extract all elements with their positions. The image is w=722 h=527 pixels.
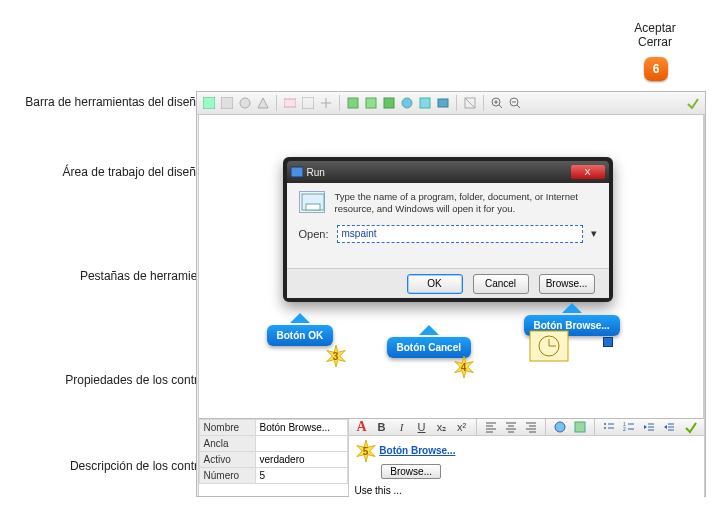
- description-toolbar: A B I U x₂ x²: [349, 419, 704, 436]
- svg-rect-1: [221, 97, 233, 109]
- subscript-button[interactable]: x₂: [433, 419, 451, 435]
- run-open-row: Open: ▾: [299, 225, 597, 243]
- align-center-button[interactable]: [502, 419, 520, 435]
- svg-rect-21: [291, 167, 303, 177]
- description-browse-button[interactable]: Browse...: [381, 464, 441, 479]
- tool-icon[interactable]: [318, 95, 334, 111]
- open-input[interactable]: [337, 225, 583, 243]
- align-right-button[interactable]: [522, 419, 540, 435]
- tool-icon[interactable]: [345, 95, 361, 111]
- separator: [476, 419, 477, 435]
- zoom-in-icon[interactable]: [489, 95, 505, 111]
- svg-rect-7: [366, 98, 376, 108]
- tool-icon[interactable]: [201, 95, 217, 111]
- tool-icon[interactable]: [237, 95, 253, 111]
- canvas-wrap: Run X Type the name of a program, folder…: [199, 115, 704, 496]
- run-body-icon: [299, 191, 325, 213]
- tool-icon[interactable]: [462, 95, 478, 111]
- svg-rect-8: [384, 98, 394, 108]
- separator: [456, 95, 457, 111]
- tool-icon[interactable]: [435, 95, 451, 111]
- svg-line-19: [517, 105, 520, 108]
- svg-line-15: [499, 105, 502, 108]
- annotation-workspace: Área de trabajo del diseñador: [0, 165, 220, 179]
- open-label: Open:: [299, 228, 329, 240]
- badge-3: 3: [325, 345, 347, 367]
- font-color-button[interactable]: A: [353, 419, 371, 435]
- svg-rect-4: [284, 99, 296, 107]
- list-button[interactable]: [600, 419, 618, 435]
- tool-icon[interactable]: [363, 95, 379, 111]
- badge-4: 4: [453, 356, 475, 378]
- tool-icon[interactable]: [381, 95, 397, 111]
- numbered-list-button[interactable]: 12: [620, 419, 638, 435]
- svg-point-46: [604, 427, 606, 429]
- ok-button[interactable]: OK: [407, 274, 463, 294]
- prop-number-key: Número: [199, 468, 255, 484]
- image-button[interactable]: [571, 419, 589, 435]
- bold-button[interactable]: B: [373, 419, 391, 435]
- designer-window: Diseñador Áreas de controles Editor de c…: [196, 91, 706, 497]
- check-button[interactable]: [682, 419, 700, 435]
- close-button[interactable]: X: [571, 165, 605, 179]
- zoom-out-icon[interactable]: [507, 95, 523, 111]
- svg-marker-3: [258, 98, 268, 108]
- main-area: Diseñador Áreas de controles Editor de c…: [197, 115, 705, 496]
- callout-ok: Botón OK: [267, 325, 334, 346]
- svg-rect-5: [302, 97, 314, 109]
- designer-canvas[interactable]: Run X Type the name of a program, folder…: [199, 115, 704, 418]
- run-dialog-description: Type the name of a program, folder, docu…: [335, 191, 597, 215]
- tool-icon[interactable]: [300, 95, 316, 111]
- properties-grid: NombreBotón Browse... Ancla Activoverdad…: [199, 419, 349, 496]
- description-usethis: Use this ...: [355, 485, 698, 496]
- svg-marker-52: [644, 425, 647, 429]
- cancel-button[interactable]: Cancel: [473, 274, 529, 294]
- separator: [483, 95, 484, 111]
- browse-button[interactable]: Browse...: [539, 274, 595, 294]
- dropdown-arrow-icon[interactable]: ▾: [591, 227, 597, 240]
- tool-icon[interactable]: [219, 95, 235, 111]
- tool-icon[interactable]: [255, 95, 271, 111]
- annotation-desc: Descripción de los controles: [0, 459, 220, 473]
- tool-icon[interactable]: [417, 95, 433, 111]
- svg-line-13: [465, 98, 475, 108]
- description-link[interactable]: Botón Browse...: [379, 445, 455, 456]
- prop-anchor-key: Ancla: [199, 436, 255, 452]
- separator: [594, 419, 595, 435]
- svg-rect-11: [438, 99, 448, 107]
- annotation-props: Propiedades de los controles: [0, 373, 220, 387]
- accept-icon[interactable]: [685, 95, 701, 111]
- marker-6: 6: [644, 57, 668, 81]
- underline-button[interactable]: U: [413, 419, 431, 435]
- superscript-button[interactable]: x²: [453, 419, 471, 435]
- svg-rect-6: [348, 98, 358, 108]
- bottom-panel: NombreBotón Browse... Ancla Activoverdad…: [199, 418, 704, 496]
- outdent-button[interactable]: [640, 419, 658, 435]
- clock-icon: [529, 330, 569, 362]
- prop-name-key: Nombre: [199, 420, 255, 436]
- run-dialog-body: Type the name of a program, folder, docu…: [287, 183, 609, 268]
- prop-name-val[interactable]: Botón Browse...: [255, 420, 347, 436]
- selection-handle[interactable]: [603, 337, 613, 347]
- tool-icon[interactable]: [399, 95, 415, 111]
- run-icon: [291, 166, 303, 178]
- link-button[interactable]: [551, 419, 569, 435]
- prop-active-val[interactable]: verdadero: [255, 452, 347, 468]
- svg-text:2: 2: [623, 426, 626, 432]
- svg-rect-10: [420, 98, 430, 108]
- svg-point-44: [604, 423, 606, 425]
- prop-number-val[interactable]: 5: [255, 468, 347, 484]
- separator: [276, 95, 277, 111]
- align-left-button[interactable]: [482, 419, 500, 435]
- tool-icon[interactable]: [282, 95, 298, 111]
- svg-rect-0: [203, 97, 215, 109]
- prop-active-key: Activo: [199, 452, 255, 468]
- callout-cancel: Botón Cancel: [387, 337, 471, 358]
- annotation-tooltabs: Pestañas de herramientas: [0, 269, 220, 283]
- indent-button[interactable]: [660, 419, 678, 435]
- prop-anchor-val[interactable]: [255, 436, 347, 452]
- italic-button[interactable]: I: [393, 419, 411, 435]
- description-body[interactable]: 5 Botón Browse... Browse... Use this ...: [349, 436, 704, 500]
- run-dialog: Run X Type the name of a program, folder…: [283, 157, 613, 302]
- vertical-scrollbar[interactable]: [704, 115, 705, 496]
